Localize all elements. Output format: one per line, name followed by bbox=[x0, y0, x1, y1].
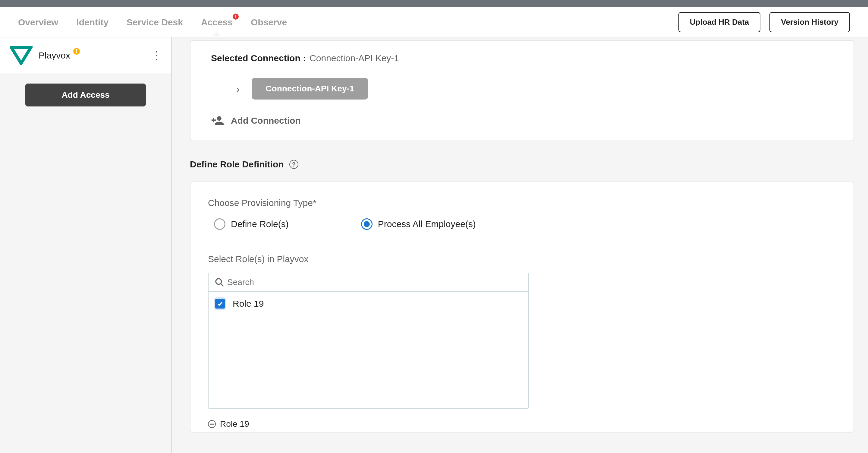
sidebar: Playvox ! ⋮ Add Access bbox=[0, 37, 172, 453]
upload-hr-data-button[interactable]: Upload HR Data bbox=[678, 12, 761, 32]
search-icon bbox=[215, 278, 224, 287]
chevron-right-icon[interactable]: › bbox=[236, 83, 240, 95]
tab-identity[interactable]: Identity bbox=[76, 9, 108, 36]
tab-access[interactable]: Access ! bbox=[201, 9, 233, 36]
tab-service-desk[interactable]: Service Desk bbox=[127, 9, 183, 36]
define-role-title: Define Role Definition ? bbox=[190, 159, 854, 170]
selected-connection-row: Selected Connection : Connection-API Key… bbox=[211, 53, 833, 63]
connection-card: Selected Connection : Connection-API Key… bbox=[190, 40, 854, 141]
selected-connection-value: Connection-API Key-1 bbox=[310, 53, 399, 63]
main-layout: Playvox ! ⋮ Add Access Selected Connecti… bbox=[0, 37, 868, 453]
provisioning-radio-group: Define Role(s) Process All Employee(s) bbox=[214, 218, 836, 230]
navbar: Overview Identity Service Desk Access ! … bbox=[0, 7, 868, 37]
sidebar-item-playvox[interactable]: Playvox ! ⋮ bbox=[0, 37, 171, 74]
add-access-button[interactable]: Add Access bbox=[25, 84, 146, 107]
connection-chip-row: › Connection-API Key-1 bbox=[236, 78, 833, 100]
remove-icon[interactable] bbox=[208, 420, 216, 428]
checkbox-checked-icon[interactable] bbox=[215, 299, 225, 309]
kebab-menu-icon[interactable]: ⋮ bbox=[151, 49, 161, 62]
help-icon[interactable]: ? bbox=[289, 160, 299, 169]
selected-connection-label: Selected Connection : bbox=[211, 53, 306, 63]
add-person-icon bbox=[211, 114, 224, 127]
connection-chip[interactable]: Connection-API Key-1 bbox=[252, 78, 368, 100]
radio-process-all-label: Process All Employee(s) bbox=[378, 219, 476, 229]
radio-define-roles-label: Define Role(s) bbox=[231, 219, 289, 229]
tab-access-label: Access bbox=[201, 17, 233, 27]
role-search-box bbox=[208, 273, 529, 292]
section-title-text: Define Role Definition bbox=[190, 159, 284, 170]
add-connection-button[interactable]: Add Connection bbox=[211, 114, 833, 127]
add-connection-label: Add Connection bbox=[231, 115, 301, 126]
role-definition-card: Choose Provisioning Type* Define Role(s)… bbox=[190, 181, 854, 432]
playvox-logo-icon bbox=[10, 46, 33, 65]
role-item-label: Role 19 bbox=[233, 299, 264, 309]
role-listbox: Role 19 bbox=[208, 292, 529, 409]
nav-right: Upload HR Data Version History bbox=[678, 12, 850, 32]
radio-icon bbox=[214, 218, 225, 230]
check-icon bbox=[217, 301, 223, 307]
tab-observe[interactable]: Observe bbox=[251, 9, 287, 36]
selected-role-chip[interactable]: Role 19 bbox=[208, 419, 249, 429]
role-search-wrap: Role 19 Role 19 bbox=[208, 273, 529, 429]
radio-define-roles[interactable]: Define Role(s) bbox=[214, 218, 289, 230]
tab-overview[interactable]: Overview bbox=[18, 9, 58, 36]
alert-badge-icon: ! bbox=[233, 13, 239, 20]
top-strip bbox=[0, 0, 868, 7]
sidebar-item-label: Playvox bbox=[38, 50, 70, 61]
provisioning-type-label: Choose Provisioning Type* bbox=[208, 198, 836, 208]
select-roles-label: Select Role(s) in Playvox bbox=[208, 254, 836, 264]
role-list-item[interactable]: Role 19 bbox=[215, 299, 522, 309]
content: Selected Connection : Connection-API Key… bbox=[172, 37, 868, 453]
svg-point-0 bbox=[216, 279, 221, 284]
radio-process-all[interactable]: Process All Employee(s) bbox=[361, 218, 476, 230]
warning-badge-icon: ! bbox=[73, 48, 80, 55]
role-search-input[interactable] bbox=[227, 278, 522, 287]
selected-role-chip-label: Role 19 bbox=[220, 419, 249, 429]
svg-line-1 bbox=[221, 283, 223, 286]
radio-icon bbox=[361, 218, 373, 230]
selected-role-chips: Role 19 bbox=[208, 419, 529, 429]
version-history-button[interactable]: Version History bbox=[770, 12, 850, 32]
nav-tabs: Overview Identity Service Desk Access ! … bbox=[18, 9, 287, 36]
add-access-wrap: Add Access bbox=[0, 74, 171, 116]
